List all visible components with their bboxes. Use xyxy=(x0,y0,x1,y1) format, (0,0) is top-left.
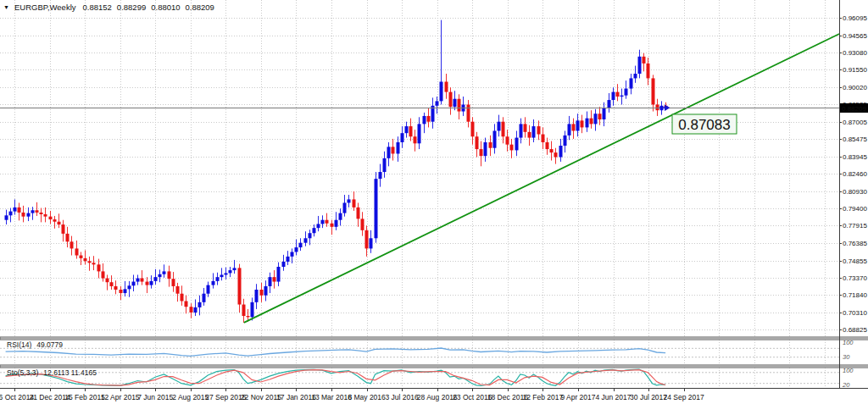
candle-body xyxy=(128,285,131,289)
candle-body xyxy=(401,133,404,142)
candle-body xyxy=(339,213,342,220)
candle-body xyxy=(277,267,281,282)
y-axis-label: 0.96095 xyxy=(843,14,867,22)
candle-body xyxy=(554,152,558,157)
candle-body xyxy=(102,271,105,278)
candle-body xyxy=(630,78,633,88)
y-axis-label: 0.74855 xyxy=(843,257,867,265)
candle-body xyxy=(423,116,426,124)
ohlc-high: 0.88299 xyxy=(117,3,146,12)
candle-body xyxy=(229,270,232,273)
candle-body xyxy=(212,281,215,285)
candle-body xyxy=(321,220,325,224)
candle-body xyxy=(620,96,624,97)
candle-body xyxy=(58,222,61,224)
x-axis-label: 28 Aug 2016 xyxy=(417,393,458,401)
candle-body xyxy=(370,238,373,248)
candle-body xyxy=(652,78,655,104)
candle-body xyxy=(365,230,369,249)
candle-body xyxy=(220,274,224,277)
panel-sash-rsi[interactable] xyxy=(0,337,868,340)
rsi-axis-label: 30 xyxy=(843,353,850,361)
candle-body xyxy=(542,135,545,142)
x-axis-label: 30 Jul 2017 xyxy=(630,393,667,401)
candle-body xyxy=(550,149,554,152)
candle-body xyxy=(88,261,92,263)
trendline-label-text: 0.87083 xyxy=(678,117,730,133)
candle-body xyxy=(480,149,483,156)
candle-body xyxy=(168,271,171,279)
candle-body xyxy=(106,279,109,283)
candle-body xyxy=(49,217,53,219)
candle-body xyxy=(357,208,360,219)
candle-body xyxy=(572,124,576,130)
current-price-tag: 0.88209 xyxy=(840,103,868,113)
x-axis-label: 13 Mar 2016 xyxy=(311,393,352,401)
candle-body xyxy=(287,257,290,262)
x-axis-label: 22 Nov 2015 xyxy=(241,393,281,401)
x-axis-label: 23 Oct 2016 xyxy=(453,393,492,401)
candle-body xyxy=(291,252,294,256)
candle-body xyxy=(150,281,153,285)
ohlc-open: 0.88152 xyxy=(83,3,112,12)
candle-body xyxy=(84,258,87,261)
candle-body xyxy=(136,279,140,282)
candle-body xyxy=(331,224,334,227)
candle-body xyxy=(110,282,114,286)
candle-body xyxy=(559,146,563,157)
candle-body xyxy=(634,74,637,78)
candle-body xyxy=(295,247,298,252)
candle-body xyxy=(255,290,259,302)
chart-window: 0.87083 10030 10020 0.960950.945650.9308… xyxy=(0,0,868,404)
candle-body xyxy=(335,220,338,227)
candle-body xyxy=(304,238,308,242)
panel-sash-stochastic[interactable] xyxy=(0,365,868,368)
candle-body xyxy=(97,264,101,271)
y-axis-label: 0.87005 xyxy=(843,119,867,126)
trendline-price-label[interactable]: 0.87083 xyxy=(672,114,737,134)
x-axis-label: 9 Apr 2017 xyxy=(560,393,595,401)
candle-body xyxy=(458,99,461,112)
candle-body xyxy=(343,202,347,213)
candle-body xyxy=(190,307,193,313)
candle-body xyxy=(299,243,303,247)
candle-body xyxy=(489,142,492,148)
symbol-dropdown-icon[interactable]: ▼ xyxy=(3,4,9,10)
y-axis-label: 0.73370 xyxy=(843,274,867,282)
candle-body xyxy=(520,124,523,137)
ohlc-low: 0.88010 xyxy=(151,3,180,12)
candle-body xyxy=(75,248,79,255)
x-axis-label: 2 Aug 2015 xyxy=(172,393,209,401)
candle-body xyxy=(476,136,479,149)
candle-body xyxy=(5,215,8,219)
candle-body xyxy=(264,286,268,296)
candle-body xyxy=(313,228,316,233)
y-axis-label: 0.83945 xyxy=(843,153,867,161)
candle-body xyxy=(40,213,43,214)
candle-body xyxy=(247,316,250,317)
candle-body xyxy=(251,302,254,318)
y-axis-label: 0.85475 xyxy=(843,136,867,143)
y-axis-label: 0.76385 xyxy=(843,240,867,247)
y-axis-label: 0.90020 xyxy=(843,84,867,91)
x-axis-label: 12 Feb 2017 xyxy=(523,393,564,401)
symbol-period-label: EURGBP,Weekly xyxy=(14,3,76,12)
x-axis-label: 15 Feb 2015 xyxy=(64,393,105,401)
stochastic-label: Sto(5,3,3)12.6113 11.4165 xyxy=(7,368,97,377)
y-axis-label: 0.68825 xyxy=(843,326,867,334)
y-axis-label: 0.70310 xyxy=(843,309,867,317)
candle-body xyxy=(379,172,382,179)
candle-body xyxy=(185,301,188,307)
candle-body xyxy=(348,199,351,202)
candle-body xyxy=(172,279,175,286)
candle-body xyxy=(132,282,136,286)
chart-background[interactable] xyxy=(0,0,868,404)
candle-body xyxy=(638,57,642,74)
candle-body xyxy=(590,119,593,125)
candle-body xyxy=(18,208,21,213)
candle-body xyxy=(238,268,242,304)
candle-body xyxy=(528,132,531,138)
candle-body xyxy=(568,124,571,135)
candle-body xyxy=(397,142,400,153)
candle-body xyxy=(114,286,118,290)
